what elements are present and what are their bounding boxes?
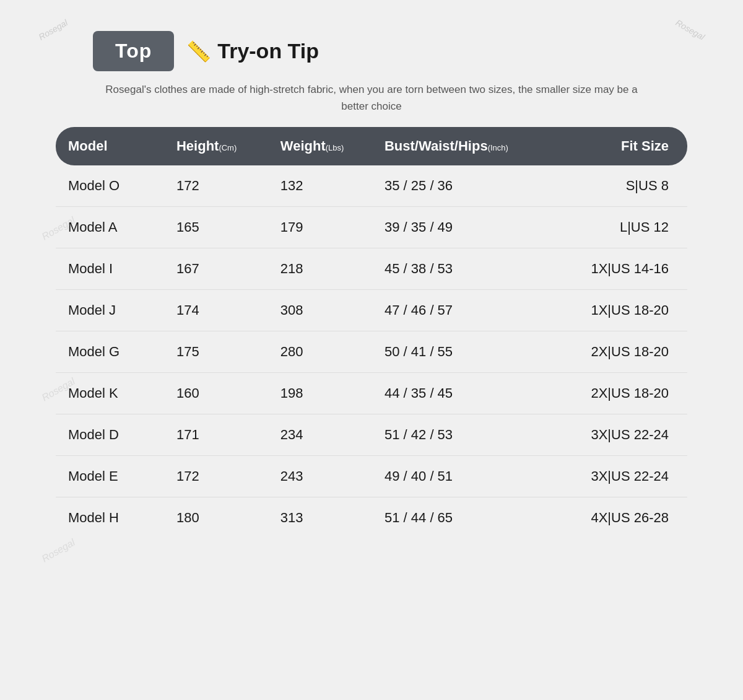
table-cell-height: 160: [164, 373, 268, 414]
table-cell-height: 171: [164, 414, 268, 456]
table-row: Model G17528050 / 41 / 552X|US 18-20: [56, 331, 687, 373]
table-cell-height: 174: [164, 290, 268, 331]
table-row: Model O17213235 / 25 / 36S|US 8: [56, 165, 687, 207]
table-cell-bwh: 39 / 35 / 49: [372, 207, 567, 248]
table-cell-height: 180: [164, 497, 268, 539]
header: Top 📏 Try-on Tip: [56, 31, 687, 71]
col-header-height: Height(Cm): [164, 127, 268, 165]
table-cell-model: Model I: [56, 248, 164, 290]
table-cell-model: Model H: [56, 497, 164, 539]
table-cell-bwh: 35 / 25 / 36: [372, 165, 567, 207]
table-body: Model O17213235 / 25 / 36S|US 8Model A16…: [56, 165, 687, 538]
table-cell-model: Model K: [56, 373, 164, 414]
table-cell-model: Model G: [56, 331, 164, 373]
table-cell-height: 172: [164, 165, 268, 207]
table-cell-height: 167: [164, 248, 268, 290]
table-row: Model I16721845 / 38 / 531X|US 14-16: [56, 248, 687, 290]
table-row: Model A16517939 / 35 / 49L|US 12: [56, 207, 687, 248]
table-cell-weight: 234: [268, 414, 372, 456]
col-header-fitsize: Fit Size: [567, 127, 687, 165]
table-cell-weight: 313: [268, 497, 372, 539]
table-header-row: Model Height(Cm) Weight(Lbs) Bust/Waist/…: [56, 127, 687, 165]
table-cell-bwh: 47 / 46 / 57: [372, 290, 567, 331]
try-on-tip: 📏 Try-on Tip: [186, 39, 319, 63]
model-table: Model Height(Cm) Weight(Lbs) Bust/Waist/…: [56, 127, 687, 538]
table-cell-fitsize: S|US 8: [567, 165, 687, 207]
col-header-model: Model: [56, 127, 164, 165]
main-container: Rosegal Rosegal Top 📏 Try-on Tip Rosegal…: [31, 12, 712, 557]
table-cell-weight: 179: [268, 207, 372, 248]
table-cell-model: Model J: [56, 290, 164, 331]
table-cell-bwh: 50 / 41 / 55: [372, 331, 567, 373]
subtitle-text: Rosegal's clothes are made of high-stret…: [56, 81, 687, 115]
table-row: Model H18031351 / 44 / 654X|US 26-28: [56, 497, 687, 539]
table-cell-weight: 243: [268, 456, 372, 497]
table-cell-bwh: 44 / 35 / 45: [372, 373, 567, 414]
top-badge: Top: [93, 31, 174, 71]
table-cell-bwh: 51 / 42 / 53: [372, 414, 567, 456]
table-cell-model: Model D: [56, 414, 164, 456]
table-cell-fitsize: 3X|US 22-24: [567, 414, 687, 456]
table-cell-weight: 198: [268, 373, 372, 414]
table-cell-fitsize: 1X|US 14-16: [567, 248, 687, 290]
table-cell-fitsize: 2X|US 18-20: [567, 373, 687, 414]
table-cell-weight: 132: [268, 165, 372, 207]
table-row: Model E17224349 / 40 / 513X|US 22-24: [56, 456, 687, 497]
table-cell-fitsize: 2X|US 18-20: [567, 331, 687, 373]
table-cell-fitsize: 1X|US 18-20: [567, 290, 687, 331]
col-header-bwh: Bust/Waist/Hips(Inch): [372, 127, 567, 165]
table-cell-weight: 218: [268, 248, 372, 290]
model-table-wrapper: Model Height(Cm) Weight(Lbs) Bust/Waist/…: [56, 127, 687, 538]
table-cell-bwh: 45 / 38 / 53: [372, 248, 567, 290]
table-cell-fitsize: L|US 12: [567, 207, 687, 248]
table-cell-fitsize: 3X|US 22-24: [567, 456, 687, 497]
table-row: Model J17430847 / 46 / 571X|US 18-20: [56, 290, 687, 331]
table-cell-model: Model E: [56, 456, 164, 497]
table-cell-height: 172: [164, 456, 268, 497]
table-row: Model D17123451 / 42 / 533X|US 22-24: [56, 414, 687, 456]
ruler-icon: 📏: [186, 40, 211, 63]
table-cell-model: Model O: [56, 165, 164, 207]
watermark-mid3: Rosegal: [40, 537, 77, 565]
table-cell-weight: 280: [268, 331, 372, 373]
table-cell-fitsize: 4X|US 26-28: [567, 497, 687, 539]
table-cell-model: Model A: [56, 207, 164, 248]
col-header-weight: Weight(Lbs): [268, 127, 372, 165]
table-cell-height: 175: [164, 331, 268, 373]
try-on-tip-label: Try-on Tip: [217, 39, 319, 63]
table-cell-bwh: 51 / 44 / 65: [372, 497, 567, 539]
table-row: Model K16019844 / 35 / 452X|US 18-20: [56, 373, 687, 414]
table-cell-bwh: 49 / 40 / 51: [372, 456, 567, 497]
table-cell-height: 165: [164, 207, 268, 248]
table-cell-weight: 308: [268, 290, 372, 331]
